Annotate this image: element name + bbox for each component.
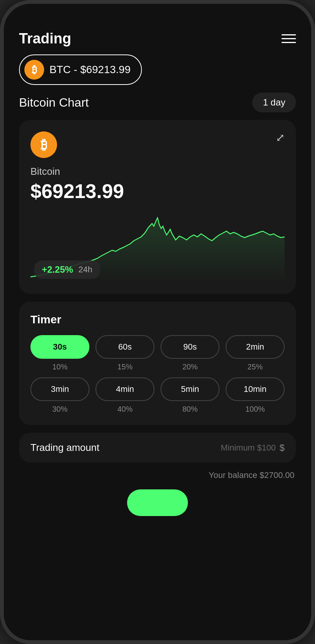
timer-item-4min: 4min 40% bbox=[95, 377, 154, 414]
coin-price: $69213.99 bbox=[30, 180, 285, 203]
timer-item-3min: 3min 30% bbox=[30, 377, 89, 414]
timer-btn-60s[interactable]: 60s bbox=[95, 335, 154, 359]
timer-item-5min: 5min 80% bbox=[161, 377, 220, 414]
timer-title: Timer bbox=[30, 313, 285, 326]
timer-item-60s: 60s 15% bbox=[95, 335, 154, 371]
timer-item-10min: 10min 100% bbox=[226, 377, 285, 414]
timer-grid: 30s 10% 60s 15% 90s 20% 2min 25% 3min bbox=[30, 335, 285, 414]
trading-amount-currency: $ bbox=[280, 443, 285, 453]
btc-badge[interactable]: ₿ BTC - $69213.99 bbox=[19, 54, 142, 85]
timer-pct-90s: 20% bbox=[182, 363, 197, 371]
chart-card-top: ₿ ⤢ bbox=[30, 131, 285, 158]
phone-frame: Trading ₿ BTC - $69213.99 Bitcoin Chart … bbox=[0, 0, 315, 644]
change-percent: +2.25% bbox=[42, 264, 73, 275]
timer-btn-5min[interactable]: 5min bbox=[161, 377, 220, 401]
hamburger-line-1 bbox=[282, 34, 296, 35]
timer-pct-60s: 15% bbox=[117, 363, 132, 371]
timer-pct-5min: 80% bbox=[182, 405, 197, 414]
timer-btn-4min[interactable]: 4min bbox=[95, 377, 154, 401]
phone-notch bbox=[116, 4, 199, 19]
trade-button[interactable] bbox=[127, 489, 188, 516]
btc-icon: ₿ bbox=[24, 60, 44, 80]
change-timeframe: 24h bbox=[78, 265, 92, 275]
timer-btn-10min[interactable]: 10min bbox=[226, 377, 285, 401]
hamburger-line-2 bbox=[282, 38, 296, 39]
menu-button[interactable] bbox=[282, 34, 296, 43]
chart-card: ₿ ⤢ Bitcoin $69213.99 bbox=[19, 120, 296, 294]
page-title: Trading bbox=[19, 30, 71, 47]
timer-pct-2min: 25% bbox=[247, 363, 262, 371]
timer-section: Timer 30s 10% 60s 15% 90s 20% 2min 25% bbox=[19, 302, 296, 425]
btc-price-label: BTC - $69213.99 bbox=[49, 64, 130, 76]
hamburger-line-3 bbox=[282, 42, 296, 43]
chart-area: +2.25% 24h bbox=[30, 206, 285, 283]
expand-icon[interactable]: ⤢ bbox=[276, 131, 285, 144]
bottom-btn-wrapper bbox=[19, 489, 296, 516]
timer-item-30s: 30s 10% bbox=[30, 335, 89, 371]
trading-amount-label: Trading amount bbox=[30, 442, 99, 454]
timer-item-90s: 90s 20% bbox=[161, 335, 220, 371]
balance-row: Your balance $2700.00 bbox=[19, 470, 296, 480]
screen: Trading ₿ BTC - $69213.99 Bitcoin Chart … bbox=[4, 4, 311, 640]
timer-pct-3min: 30% bbox=[52, 405, 67, 414]
chart-section-header: Bitcoin Chart 1 day bbox=[19, 93, 296, 112]
header: Trading bbox=[19, 27, 296, 47]
timer-btn-3min[interactable]: 3min bbox=[30, 377, 89, 401]
timer-btn-2min[interactable]: 2min bbox=[226, 335, 285, 359]
timer-pct-4min: 40% bbox=[117, 405, 132, 414]
trading-amount-placeholder: Minimum $100 bbox=[221, 443, 275, 453]
timer-btn-90s[interactable]: 90s bbox=[161, 335, 220, 359]
chart-change-badge: +2.25% 24h bbox=[34, 260, 100, 279]
timer-pct-30s: 10% bbox=[52, 363, 67, 371]
trading-amount-section: Trading amount Minimum $100 $ bbox=[19, 433, 296, 463]
timer-btn-30s[interactable]: 30s bbox=[30, 335, 89, 359]
trading-amount-input-area: Minimum $100 $ bbox=[221, 443, 285, 453]
timer-pct-10min: 100% bbox=[245, 405, 265, 414]
timer-item-2min: 2min 25% bbox=[226, 335, 285, 371]
timeframe-badge[interactable]: 1 day bbox=[252, 93, 296, 112]
btc-logo: ₿ bbox=[30, 131, 57, 158]
chart-section-title: Bitcoin Chart bbox=[19, 96, 89, 110]
balance-text: Your balance $2700.00 bbox=[209, 470, 295, 480]
coin-name: Bitcoin bbox=[30, 166, 285, 177]
